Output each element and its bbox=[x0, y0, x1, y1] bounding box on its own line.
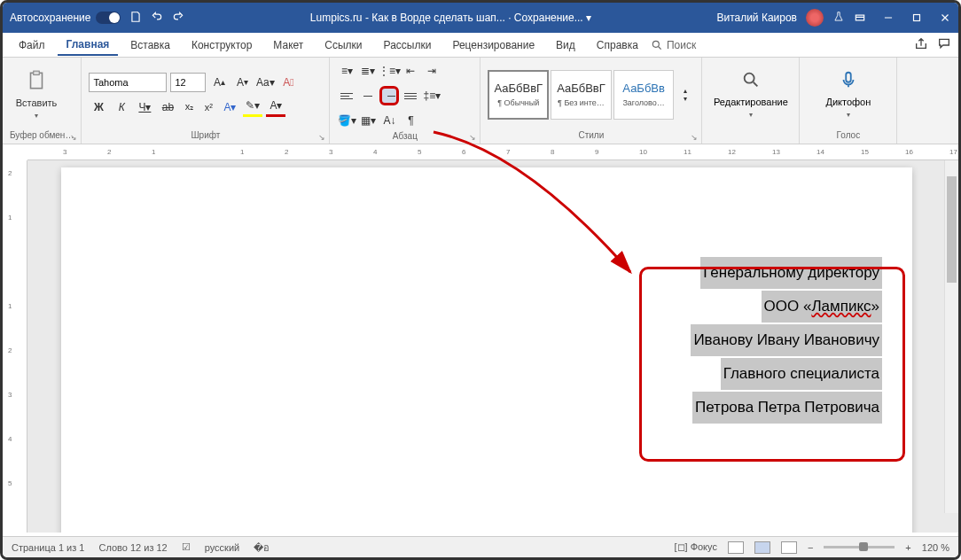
tab-insert[interactable]: Вставка bbox=[121, 35, 179, 55]
numbering-button[interactable]: ≣▾ bbox=[358, 61, 378, 81]
minimize-icon[interactable] bbox=[882, 12, 895, 24]
strike-button[interactable]: ab bbox=[158, 97, 177, 117]
status-words[interactable]: Слово 12 из 12 bbox=[98, 542, 167, 553]
find-icon[interactable] bbox=[741, 70, 761, 89]
group-styles: АаБбВвГ ¶ Обычный АаБбВвГ ¶ Без инте… Аа… bbox=[480, 58, 702, 144]
style-normal[interactable]: АаБбВвГ ¶ Обычный bbox=[488, 70, 549, 120]
clear-format-button[interactable]: A⃠ bbox=[278, 73, 298, 92]
view-read-button[interactable] bbox=[728, 541, 744, 554]
highlight-button[interactable]: ✎▾ bbox=[243, 97, 262, 117]
tab-file[interactable]: Файл bbox=[10, 35, 54, 55]
text-effects-button[interactable]: A▾ bbox=[220, 97, 239, 117]
text-line[interactable]: Петрова Петра Петровича bbox=[692, 392, 882, 424]
search-label: Поиск bbox=[667, 39, 696, 51]
group-paragraph: ≡▾ ≣▾ ⋮≡▾ ⇤ ⇥ ‡≡▾ 🪣▾ ▦▾ A↓ ¶ Абзац ↘ bbox=[330, 58, 480, 144]
font-size-select[interactable] bbox=[170, 73, 206, 92]
svg-point-5 bbox=[745, 74, 754, 83]
mic-icon[interactable] bbox=[839, 70, 858, 89]
change-case-button[interactable]: Aa▾ bbox=[255, 73, 275, 92]
zoom-in-button[interactable]: + bbox=[905, 542, 910, 553]
document-area[interactable]: Генеральному директору ООО «Лампикс» Ива… bbox=[27, 160, 958, 533]
paste-icon[interactable] bbox=[25, 69, 48, 92]
sort-button[interactable]: A↓ bbox=[379, 111, 399, 130]
status-page[interactable]: Страница 1 из 1 bbox=[12, 542, 84, 553]
tab-view[interactable]: Вид bbox=[547, 35, 584, 55]
font-color-button[interactable]: A▾ bbox=[266, 97, 285, 117]
line-spacing-button[interactable]: ‡≡▾ bbox=[422, 86, 441, 105]
accessibility-icon[interactable]: �อ bbox=[254, 540, 270, 556]
header-text-block[interactable]: Генеральному директору ООО «Лампикс» Ива… bbox=[691, 256, 882, 424]
styles-more-button[interactable]: ▴▾ bbox=[676, 85, 694, 105]
text-line[interactable]: Генеральному директору bbox=[700, 257, 882, 289]
tab-review[interactable]: Рецензирование bbox=[443, 35, 543, 55]
italic-button[interactable]: К bbox=[112, 97, 131, 117]
subscript-button[interactable]: x₂ bbox=[181, 99, 197, 115]
text-line[interactable]: Главного специалиста bbox=[721, 358, 882, 390]
dec-indent-button[interactable]: ⇤ bbox=[401, 61, 420, 81]
spellcheck-icon[interactable]: ☑ bbox=[182, 541, 191, 553]
underline-button[interactable]: Ч▾ bbox=[135, 97, 154, 117]
zoom-out-button[interactable]: − bbox=[808, 542, 813, 553]
align-right-button[interactable] bbox=[379, 86, 399, 105]
comments-icon[interactable] bbox=[937, 36, 951, 53]
scroll-thumb[interactable] bbox=[947, 176, 957, 283]
flask-icon[interactable] bbox=[832, 11, 845, 26]
zoom-level[interactable]: 120 % bbox=[922, 542, 949, 553]
vertical-ruler[interactable]: 2112345 bbox=[3, 160, 27, 533]
search-box[interactable]: Поиск bbox=[651, 39, 696, 51]
maximize-icon[interactable] bbox=[910, 12, 923, 24]
shading-button[interactable]: 🪣▾ bbox=[337, 111, 356, 130]
ribbon-tabs: Файл Главная Вставка Конструктор Макет С… bbox=[3, 33, 958, 58]
status-lang[interactable]: русский bbox=[205, 542, 239, 553]
tab-mailings[interactable]: Рассылки bbox=[375, 35, 441, 55]
borders-button[interactable]: ▦▾ bbox=[358, 111, 378, 130]
grow-font-button[interactable]: A▴ bbox=[209, 73, 229, 92]
bullets-button[interactable]: ≡▾ bbox=[337, 61, 356, 81]
inc-indent-button[interactable]: ⇥ bbox=[422, 61, 441, 81]
font-name-select[interactable] bbox=[89, 73, 167, 92]
share-icon[interactable] bbox=[914, 36, 928, 53]
search-icon bbox=[651, 39, 663, 51]
close-icon[interactable] bbox=[939, 12, 951, 24]
focus-mode[interactable]: [◻] Фокус bbox=[674, 541, 716, 553]
toggle-switch[interactable] bbox=[96, 12, 121, 24]
font-launcher-icon[interactable]: ↘ bbox=[318, 133, 325, 142]
group-label-clipboard: Буфер обмен… bbox=[10, 128, 74, 142]
group-voice: Диктофон ▾ Голос bbox=[800, 58, 897, 144]
tab-help[interactable]: Справка bbox=[588, 35, 647, 55]
user-avatar[interactable] bbox=[806, 9, 824, 27]
text-line[interactable]: Иванову Ивану Ивановичу bbox=[691, 324, 882, 356]
text-line[interactable]: ООО «Лампикс» bbox=[762, 291, 882, 323]
page[interactable]: Генеральному директору ООО «Лампикс» Ива… bbox=[61, 167, 912, 533]
bold-button[interactable]: Ж bbox=[89, 97, 108, 117]
paste-label: Вставить bbox=[16, 97, 58, 108]
style-no-spacing[interactable]: АаБбВвГ ¶ Без инте… bbox=[551, 70, 612, 120]
undo-icon[interactable] bbox=[151, 11, 163, 26]
user-name: Виталий Каиров bbox=[716, 12, 797, 24]
tab-layout[interactable]: Макет bbox=[264, 35, 312, 55]
ribbon-options-icon[interactable] bbox=[854, 12, 866, 24]
autosave-toggle[interactable]: Автосохранение bbox=[10, 12, 121, 24]
clipboard-launcher-icon[interactable]: ↘ bbox=[70, 133, 77, 142]
show-marks-button[interactable]: ¶ bbox=[401, 111, 420, 130]
multilevel-button[interactable]: ⋮≡▾ bbox=[379, 61, 399, 81]
align-left-button[interactable] bbox=[337, 86, 356, 105]
view-web-button[interactable] bbox=[781, 541, 797, 554]
zoom-slider[interactable] bbox=[824, 546, 895, 548]
view-print-button[interactable] bbox=[754, 541, 770, 554]
styles-launcher-icon[interactable]: ↘ bbox=[691, 133, 698, 142]
vertical-scrollbar[interactable] bbox=[944, 160, 958, 513]
align-justify-button[interactable] bbox=[401, 86, 420, 105]
shrink-font-button[interactable]: A▾ bbox=[232, 73, 252, 92]
autosave-label: Автосохранение bbox=[10, 12, 90, 24]
style-heading1[interactable]: АаБбВв Заголово… bbox=[613, 70, 675, 120]
horizontal-ruler[interactable]: 321123456789101112131415161718 bbox=[27, 144, 958, 160]
superscript-button[interactable]: x² bbox=[200, 99, 216, 115]
align-center-button[interactable] bbox=[358, 86, 378, 105]
tab-references[interactable]: Ссылки bbox=[316, 35, 371, 55]
paragraph-launcher-icon[interactable]: ↘ bbox=[469, 133, 476, 142]
tab-home[interactable]: Главная bbox=[58, 35, 119, 56]
redo-icon[interactable] bbox=[172, 11, 184, 26]
save-icon[interactable] bbox=[129, 11, 142, 26]
tab-design[interactable]: Конструктор bbox=[183, 35, 261, 55]
